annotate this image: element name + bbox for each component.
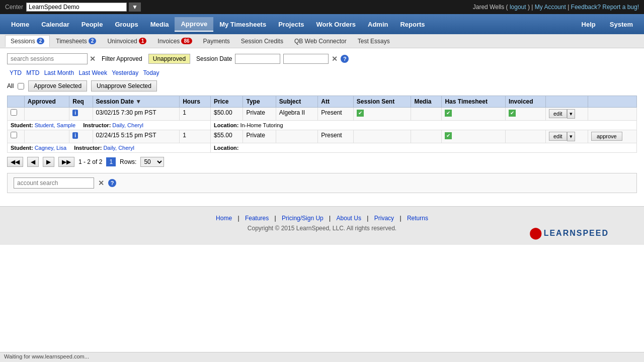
demo-input[interactable] [26,3,127,12]
clear-date-btn[interactable]: ✕ [332,55,338,63]
session-date-help-icon[interactable]: ? [341,55,349,63]
nav-calendar[interactable]: Calendar [35,18,75,31]
subnav-sessions[interactable]: Sessions 2 [5,35,50,47]
nav-admin[interactable]: Admin [362,18,394,31]
table-row-student-1: Student: Student, Sample Instructor: Dai… [8,121,637,130]
subnav-qb-web-connector[interactable]: QB Web Connector [289,36,352,47]
account-search-help-icon[interactable]: ? [108,179,116,187]
date-link-last-month[interactable]: Last Month [44,69,74,76]
date-link-yesterday[interactable]: Yesterday [112,69,138,76]
row2-info-btn[interactable]: i [72,132,78,139]
nav-people[interactable]: People [75,18,109,31]
next-page-btn[interactable]: ▶ [43,157,54,167]
nav-projects[interactable]: Projects [272,18,310,31]
row2-approve-cell: approve [588,130,636,143]
footer-returns-link[interactable]: Returns [407,215,428,222]
row1-student-link[interactable]: Student, Sample [35,122,75,128]
logo-icon: ⬤ [529,227,542,240]
row2-price: $55.00 [211,130,243,143]
row1-dropdown-btn[interactable]: ▾ [567,109,575,119]
nav-my-timesheets[interactable]: My Timesheets [213,18,272,31]
nav-home[interactable]: Home [5,18,35,31]
logout-link[interactable]: logout [510,4,526,11]
row1-price: $50.00 [211,108,243,121]
nav-work-orders[interactable]: Work Orders [310,18,362,31]
footer-privacy-link[interactable]: Privacy [374,215,394,222]
row2-subject [276,130,318,143]
row2-edit-btn[interactable]: edit [549,132,567,141]
content-area: ✕ Filter Approved Unapproved Session Dat… [0,48,644,206]
footer-about-link[interactable]: About Us [337,215,361,222]
feedback-link[interactable]: Feedback? Report a bug! [571,4,639,11]
row1-location-info: Location: In-Home Tutoring [211,121,637,130]
date-links: YTD MTD Last Month Last Week Yesterday T… [8,69,637,76]
clear-search-btn[interactable]: ✕ [90,55,96,63]
row2-checkbox-cell [8,130,25,143]
clear-account-search-btn[interactable]: ✕ [98,179,104,187]
search-sessions-input[interactable] [7,53,88,64]
date-link-last-week[interactable]: Last Week [78,69,107,76]
nav-reports[interactable]: Reports [394,18,431,31]
row2-approve-btn[interactable]: approve [591,132,622,141]
center-label: Center [5,4,23,11]
demo-arrow-btn[interactable]: ▼ [129,3,141,12]
date-link-today[interactable]: Today [143,69,159,76]
col-session-sent: Session Sent [353,96,411,108]
nav-system[interactable]: System [604,18,639,31]
select-all-checkbox[interactable] [18,83,24,89]
rows-per-page-select[interactable]: 10 25 50 100 [140,157,164,167]
col-actions1 [545,96,588,108]
row1-type: Private [243,108,276,121]
row1-approve-cell [588,108,636,121]
footer-pricing-link[interactable]: Pricing/Sign Up [282,215,324,222]
user-info: Jared Wells ( logout ) | My Account | Fe… [473,4,639,11]
current-page-btn[interactable]: 1 [106,157,116,166]
approve-selected-btn[interactable]: Approve Selected [28,80,87,92]
row2-instructor-link[interactable]: Daily, Cheryl [103,145,134,151]
row1-session-sent-check: ✔ [357,110,364,117]
row1-subject: Algebra II [276,108,318,121]
date-link-mtd[interactable]: MTD [26,69,39,76]
prev-page-btn[interactable]: ◀ [27,157,39,167]
table-row: i 02/24/15 5:15 pm PST 1 $55.00 Private … [8,130,637,143]
filter-approved-label: Filter Approved [102,55,142,62]
subnav-test-essays[interactable]: Test Essays [353,36,395,47]
session-date-label: Session Date [196,55,232,62]
account-search-input[interactable] [14,177,94,189]
row2-dropdown-btn[interactable]: ▾ [567,132,575,141]
col-session-date[interactable]: Session Date ▼ [93,96,180,108]
row1-checkbox[interactable] [11,109,17,116]
col-media: Media [411,96,442,108]
row1-edit-btn[interactable]: edit [549,109,567,118]
subnav-invoices[interactable]: Invoices 86 [152,36,197,47]
account-search-section: ✕ ? [7,173,637,193]
row1-approved [24,108,69,121]
subnav-uninvoiced[interactable]: Uninvoiced 1 [102,36,151,47]
session-date-to[interactable] [283,54,329,64]
nav-help[interactable]: Help [576,18,602,31]
footer: Home | Features | Pricing/Sign Up | Abou… [0,206,644,245]
footer-features-link[interactable]: Features [245,215,269,222]
first-page-btn[interactable]: ◀◀ [7,157,23,167]
sub-nav: Sessions 2 Timesheets 2 Uninvoiced 1 Inv… [0,34,644,48]
subnav-payments[interactable]: Payments [198,36,235,47]
row1-info-btn[interactable]: i [72,110,78,116]
footer-home-link[interactable]: Home [216,215,232,222]
row1-instructor-link[interactable]: Daily, Cheryl [112,122,143,128]
unapprove-selected-btn[interactable]: Unapprove Selected [91,80,157,92]
row1-hours: 1 [180,108,211,121]
last-page-btn[interactable]: ▶▶ [58,157,74,167]
nav-media[interactable]: Media [144,18,175,31]
col-price: Price [211,96,243,108]
row2-media [411,130,442,143]
row2-student-link[interactable]: Cagney, Lisa [35,145,66,151]
my-account-link[interactable]: My Account [535,4,566,11]
date-link-ytd[interactable]: YTD [10,69,22,76]
nav-groups[interactable]: Groups [109,18,144,31]
unapproved-filter-btn[interactable]: Unapproved [148,54,190,64]
row2-checkbox[interactable] [11,132,17,138]
subnav-session-credits[interactable]: Session Credits [236,36,288,47]
nav-approve[interactable]: Approve [175,17,213,32]
session-date-from[interactable] [235,54,280,64]
subnav-timesheets[interactable]: Timesheets 2 [51,36,101,47]
